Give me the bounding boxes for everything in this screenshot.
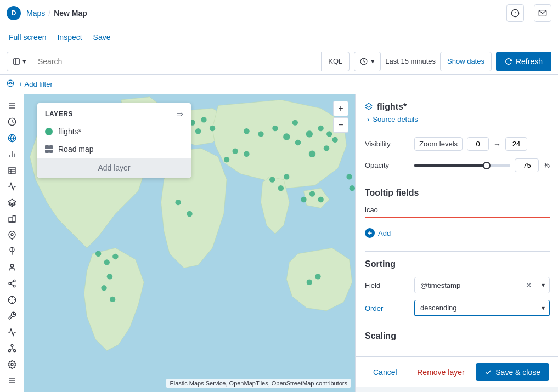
svg-point-56 [283, 133, 290, 140]
sidebar-icon-collapse[interactable] [2, 374, 22, 388]
layer-item-roadmap[interactable]: Road map [37, 140, 191, 158]
user-avatar[interactable]: D [7, 6, 21, 20]
search-container: ▾ KQL [7, 52, 350, 71]
search-input[interactable] [32, 57, 321, 66]
sorting-field-row: Field @timestamp ✕ ▾ [365, 277, 550, 293]
mail-icon[interactable] [534, 4, 551, 22]
svg-point-55 [318, 126, 323, 131]
sorting-field-value: @timestamp ✕ ▾ [414, 277, 550, 293]
layers-expand-icon[interactable]: ⇒ [177, 110, 183, 118]
svg-point-88 [112, 254, 118, 259]
time-picker-button[interactable]: ▾ [354, 52, 381, 71]
opacity-row: Opacity % [365, 158, 550, 172]
svg-point-44 [13, 350, 15, 352]
sidebar-icon-building[interactable] [2, 212, 22, 226]
chevron-down-icon: ▾ [22, 57, 26, 65]
add-tooltip-button[interactable]: + Add [365, 226, 550, 240]
svg-point-72 [269, 177, 275, 182]
divider-3 [365, 323, 550, 323]
nav-inspect[interactable]: Inspect [57, 33, 82, 42]
zoom-arrow-icon: → [493, 140, 501, 149]
app-name[interactable]: Maps [26, 9, 45, 18]
sidebar-icon-chart[interactable] [2, 147, 22, 162]
svg-point-90 [101, 285, 106, 291]
svg-point-57 [332, 137, 337, 143]
add-layer-button[interactable]: Add layer [37, 158, 191, 178]
zoom-in-button[interactable]: + [333, 101, 348, 116]
sidebar-icon-tool[interactable] [2, 309, 22, 323]
opacity-slider-thumb[interactable] [483, 162, 491, 169]
opacity-input[interactable] [515, 158, 539, 172]
svg-point-62 [258, 131, 263, 137]
sidebar-icon-graph[interactable] [2, 180, 22, 194]
sorting-field-text: @timestamp [415, 278, 521, 293]
time-label: Last 15 minutes [385, 57, 436, 65]
cancel-button[interactable]: Cancel [364, 363, 406, 381]
svg-point-86 [95, 251, 101, 257]
svg-line-36 [10, 282, 13, 283]
sorting-field-clear-icon[interactable]: ✕ [521, 277, 537, 293]
sorting-field-chevron-icon[interactable]: ▾ [537, 278, 549, 292]
sidebar-icon-node[interactable] [2, 277, 22, 291]
layer-label: flights* [58, 127, 81, 136]
remove-layer-button[interactable]: Remove layer [408, 363, 473, 381]
layers-title: LAYERS [45, 110, 73, 118]
sidebar-icon-monitor[interactable] [2, 325, 22, 339]
kql-button[interactable]: KQL [321, 52, 349, 71]
notifications-icon[interactable] [506, 4, 524, 22]
sidebar-icon-table[interactable] [2, 163, 22, 178]
tooltip-fields-title: Tooltip fields [365, 188, 550, 198]
sidebar-icon-person[interactable] [2, 260, 22, 275]
map-area[interactable]: + − LAYERS ⇒ flights* Road map Add layer… [24, 94, 355, 392]
opacity-pct: % [543, 161, 550, 169]
layer-grid-icon [45, 145, 53, 153]
opacity-controls: % [414, 158, 550, 172]
toolbar: ▾ KQL ▾ Last 15 minutes Show dates Refre… [0, 48, 558, 75]
sidebar-icon-crosshair[interactable] [2, 293, 22, 307]
refresh-button[interactable]: Refresh [496, 52, 551, 71]
nav-save[interactable]: Save [93, 33, 111, 42]
layer-item-flights[interactable]: flights* [37, 123, 191, 140]
filter-bar: + Add filter [0, 75, 558, 94]
source-details-button[interactable]: › Source details [365, 115, 550, 123]
sidebar-icon-clock[interactable] [2, 115, 22, 129]
zoom-out-button[interactable]: − [333, 117, 348, 133]
layer-title: flights* [365, 102, 550, 112]
sidebar-icon-wrench[interactable] [2, 245, 22, 259]
svg-point-91 [110, 297, 115, 302]
add-filter-button[interactable]: + Add filter [19, 80, 53, 88]
svg-point-7 [9, 82, 12, 84]
sorting-section: Sorting Field @timestamp ✕ ▾ [365, 259, 550, 316]
divider-2 [365, 251, 550, 252]
filter-icon [7, 79, 14, 89]
svg-point-73 [278, 185, 284, 191]
svg-point-65 [201, 117, 206, 122]
sidebar-icon-menu[interactable] [2, 99, 22, 113]
show-dates-button[interactable]: Show dates [440, 52, 492, 71]
right-panel-header: flights* › Source details [356, 94, 558, 129]
opacity-value: % [414, 158, 550, 172]
layer-label: Road map [58, 145, 94, 154]
sidebar-icon-hierarchy[interactable] [2, 342, 22, 356]
zoom-min-input[interactable] [467, 137, 489, 151]
svg-point-32 [13, 280, 15, 282]
sidebar-icon-pin[interactable] [2, 228, 22, 242]
nav-fullscreen[interactable]: Full screen [9, 33, 46, 42]
svg-point-76 [301, 197, 306, 202]
search-filter-button[interactable]: ▾ [7, 52, 32, 71]
opacity-slider[interactable] [414, 164, 510, 167]
right-panel-wrapper: flights* › Source details Visibility Zoo… [355, 94, 558, 392]
add-circle-icon: + [365, 228, 375, 238]
sorting-order-select[interactable]: descending ▾ [414, 300, 550, 316]
sorting-field-select[interactable]: @timestamp ✕ ▾ [414, 277, 550, 293]
sidebar-icon-settings[interactable] [2, 357, 22, 372]
svg-point-61 [272, 126, 278, 131]
sidebar-icon-globe[interactable] [2, 131, 22, 145]
svg-point-92 [176, 200, 181, 205]
svg-rect-20 [9, 167, 15, 174]
zoom-max-input[interactable] [505, 137, 527, 151]
save-close-button[interactable]: Save & close [476, 363, 549, 381]
svg-point-94 [315, 274, 320, 279]
sorting-order-chevron-icon[interactable]: ▾ [537, 301, 549, 315]
sidebar-icon-layers[interactable] [2, 196, 22, 210]
